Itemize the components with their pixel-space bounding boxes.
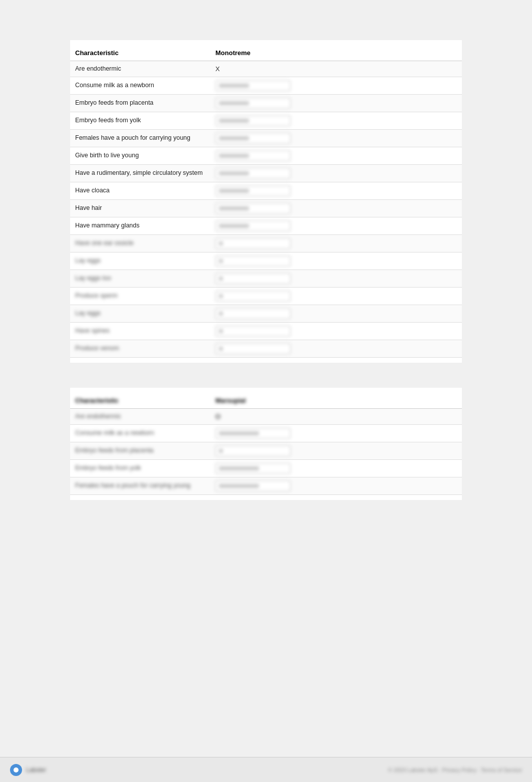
table-row[interactable]: Lay eggs: [70, 252, 462, 270]
char-label-blurred: Embryo feeds from placenta: [75, 446, 215, 455]
value-cell[interactable]: [215, 220, 457, 231]
table-header-2: Characteristic Marsupial: [70, 393, 462, 409]
header-characteristic: Characteristic: [75, 49, 215, 57]
table-section-2: Characteristic Marsupial Are endothermic…: [70, 388, 462, 500]
svg-point-0: [14, 767, 19, 772]
logo-text: Labster: [26, 766, 46, 773]
char-label-blurred: Lay eggs too: [75, 274, 215, 283]
char-label: Consume milk as a newborn: [75, 81, 215, 90]
table-row[interactable]: Produce sperm: [70, 288, 462, 305]
char-label: Have hair: [75, 204, 215, 213]
answer-input[interactable]: [215, 168, 291, 179]
answer-input[interactable]: [215, 291, 291, 302]
table-row[interactable]: Have a rudimentary, simple circulatory s…: [70, 165, 462, 182]
header-monotreme: Monotreme: [215, 49, 457, 57]
char-label-blurred: Lay eggs: [75, 256, 215, 266]
value-cell[interactable]: [215, 445, 457, 456]
table-row[interactable]: Consume milk as a newborn: [70, 425, 462, 442]
value-cell[interactable]: [215, 308, 457, 319]
char-label-blurred: Lay eggs: [75, 309, 215, 318]
page-bottom-spacer: [0, 500, 532, 540]
table-row[interactable]: Give birth to live young: [70, 147, 462, 165]
answer-input[interactable]: [215, 273, 291, 284]
char-label: Are endothermic: [75, 65, 215, 74]
table-row: Are endothermic X: [70, 61, 462, 77]
value-cell[interactable]: [215, 168, 457, 179]
answer-input[interactable]: [215, 220, 291, 231]
char-label-blurred: Have one ear ossicle: [75, 239, 215, 248]
table-row[interactable]: Lay eggs too: [70, 270, 462, 288]
table-row[interactable]: Have mammary glands: [70, 217, 462, 235]
table-row[interactable]: Have cloaca: [70, 182, 462, 200]
answer-input[interactable]: [215, 428, 291, 439]
value-cell[interactable]: [215, 343, 457, 354]
table-row[interactable]: Consume milk as a newborn: [70, 77, 462, 95]
table-row[interactable]: Females have a pouch for carrying young: [70, 477, 462, 495]
value-cell[interactable]: [215, 133, 457, 144]
char-label-blurred: Consume milk as a newborn: [75, 429, 215, 438]
value-cell[interactable]: [215, 203, 457, 214]
table-row[interactable]: Produce venom: [70, 340, 462, 358]
answer-input[interactable]: [215, 326, 291, 337]
answer-input[interactable]: [215, 115, 291, 126]
table-header-1: Characteristic Monotreme: [70, 45, 462, 61]
value-cell[interactable]: [215, 150, 457, 161]
char-label: Have cloaca: [75, 186, 215, 195]
answer-input[interactable]: [215, 238, 291, 249]
answer-input[interactable]: [215, 80, 291, 91]
char-label-blurred: Females have a pouch for carrying young: [75, 481, 215, 490]
char-label-blurred: Are endothermic: [75, 412, 215, 421]
value-blurred: O: [215, 413, 220, 420]
value-cell[interactable]: [215, 115, 457, 126]
bottom-logo: Labster: [10, 764, 46, 776]
answer-input[interactable]: [215, 480, 291, 491]
char-label: Have mammary glands: [75, 221, 215, 230]
value-cell[interactable]: [215, 428, 457, 439]
answer-input[interactable]: [215, 133, 291, 144]
value-cell[interactable]: [215, 463, 457, 474]
value-cell[interactable]: [215, 255, 457, 267]
table-row[interactable]: Females have a pouch for carrying young: [70, 130, 462, 147]
value-cell[interactable]: [215, 326, 457, 337]
answer-input[interactable]: [215, 463, 291, 474]
table-row[interactable]: Embryo feeds from placenta: [70, 95, 462, 112]
char-label: Have a rudimentary, simple circulatory s…: [75, 169, 215, 178]
char-label: Embryo feeds from yolk: [75, 116, 215, 125]
bottom-bar: Labster © 2023 Labster ApS · Privacy Pol…: [0, 757, 532, 782]
header-marsupial: Marsupial: [215, 397, 457, 404]
value-cell[interactable]: [215, 98, 457, 109]
value-cell[interactable]: [215, 291, 457, 302]
value-cell[interactable]: [215, 480, 457, 491]
table-section-1: Characteristic Monotreme Are endothermic…: [70, 40, 462, 363]
char-label: Females have a pouch for carrying young: [75, 134, 215, 143]
table-row[interactable]: Embryo feeds from yolk: [70, 112, 462, 130]
answer-input[interactable]: [215, 98, 291, 109]
answer-input[interactable]: [215, 255, 291, 267]
separator: [0, 363, 532, 378]
answer-input[interactable]: [215, 445, 291, 456]
answer-input[interactable]: [215, 203, 291, 214]
table-row[interactable]: Are endothermic O: [70, 409, 462, 425]
char-label: Embryo feeds from placenta: [75, 99, 215, 108]
char-label-blurred: Have spines: [75, 327, 215, 336]
table-row[interactable]: Have hair: [70, 200, 462, 217]
table-row[interactable]: Have spines: [70, 323, 462, 340]
char-label-blurred: Embryo feeds from yolk: [75, 464, 215, 473]
value-cell: X: [215, 65, 457, 73]
answer-input[interactable]: [215, 185, 291, 196]
value-cell[interactable]: [215, 185, 457, 196]
header-characteristic-2: Characteristic: [75, 397, 215, 404]
table-row[interactable]: Lay eggs: [70, 305, 462, 323]
table-row[interactable]: Have one ear ossicle: [70, 235, 462, 252]
logo-icon: [10, 764, 22, 776]
char-label-blurred: Produce sperm: [75, 292, 215, 301]
value-cell[interactable]: [215, 80, 457, 91]
value-cell[interactable]: [215, 238, 457, 249]
answer-input[interactable]: [215, 343, 291, 354]
table-row[interactable]: Embryo feeds from placenta: [70, 442, 462, 460]
answer-input[interactable]: [215, 150, 291, 161]
value-cell[interactable]: [215, 273, 457, 284]
table-row[interactable]: Embryo feeds from yolk: [70, 460, 462, 477]
value-cell[interactable]: O: [215, 413, 457, 420]
answer-input[interactable]: [215, 308, 291, 319]
